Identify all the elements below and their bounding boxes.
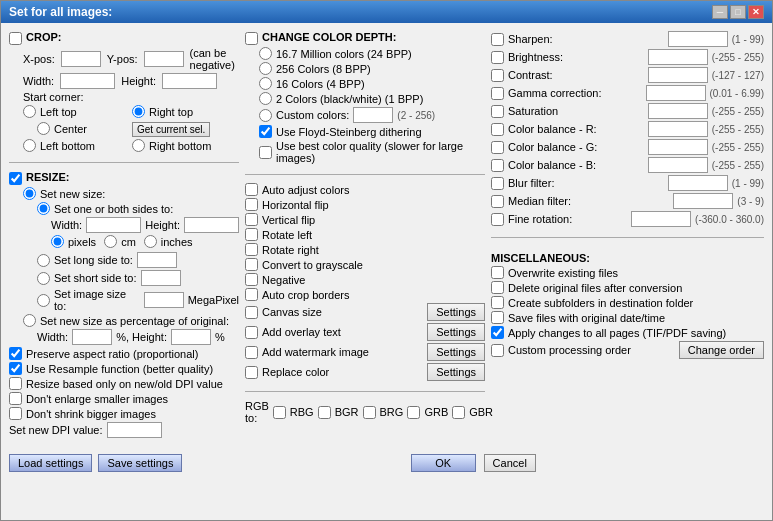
negative-checkbox[interactable] xyxy=(245,273,258,286)
gamma-checkbox[interactable] xyxy=(491,87,504,100)
resize-checkbox[interactable] xyxy=(9,172,22,185)
ok-button[interactable]: OK xyxy=(411,454,476,472)
replace-color-settings-button[interactable]: Settings xyxy=(427,363,485,381)
canvas-size-settings-button[interactable]: Settings xyxy=(427,303,485,321)
pixels-radio[interactable] xyxy=(51,235,64,248)
cancel-button[interactable]: Cancel xyxy=(484,454,536,472)
auto-adjust-checkbox[interactable] xyxy=(245,183,258,196)
2c-radio[interactable] xyxy=(259,92,272,105)
rotate-left-checkbox[interactable] xyxy=(245,228,258,241)
color-balance-g-input[interactable] xyxy=(648,139,708,155)
256c-radio[interactable] xyxy=(259,62,272,75)
gbr-checkbox[interactable] xyxy=(452,406,465,419)
create-subfolders-checkbox[interactable] xyxy=(491,296,504,309)
color-balance-r-input[interactable] xyxy=(648,121,708,137)
delete-original-checkbox[interactable] xyxy=(491,281,504,294)
fine-rotation-checkbox[interactable] xyxy=(491,213,504,226)
vert-flip-checkbox[interactable] xyxy=(245,213,258,226)
minimize-button[interactable]: ─ xyxy=(712,5,728,19)
dont-shrink-checkbox[interactable] xyxy=(9,407,22,420)
set-image-size-radio[interactable] xyxy=(37,294,50,307)
crop-checkbox[interactable] xyxy=(9,32,22,45)
inches-radio[interactable] xyxy=(144,235,157,248)
blur-checkbox[interactable] xyxy=(491,177,504,190)
fine-rotation-input[interactable] xyxy=(631,211,691,227)
sharpen-input[interactable] xyxy=(668,31,728,47)
maximize-button[interactable]: □ xyxy=(730,5,746,19)
rotate-right-checkbox[interactable] xyxy=(245,243,258,256)
canvas-size-checkbox[interactable] xyxy=(245,306,258,319)
blur-input[interactable] xyxy=(668,175,728,191)
set-short-side-radio[interactable] xyxy=(37,272,50,285)
apply-changes-checkbox[interactable] xyxy=(491,326,504,339)
set-short-side-input[interactable] xyxy=(141,270,181,286)
floyd-checkbox[interactable] xyxy=(259,125,272,138)
load-settings-button[interactable]: Load settings xyxy=(9,454,92,472)
pct-width-input[interactable] xyxy=(72,329,112,345)
saturation-checkbox[interactable] xyxy=(491,105,504,118)
color-balance-r-checkbox[interactable] xyxy=(491,123,504,136)
resize-height-input[interactable] xyxy=(184,217,239,233)
overlay-text-settings-button[interactable]: Settings xyxy=(427,323,485,341)
custom-c-input[interactable] xyxy=(353,107,393,123)
dpi-input[interactable] xyxy=(107,422,162,438)
grb-checkbox[interactable] xyxy=(407,406,420,419)
resize-dpi-checkbox[interactable] xyxy=(9,377,22,390)
median-input[interactable] xyxy=(673,193,733,209)
best-quality-checkbox[interactable] xyxy=(259,146,272,159)
corner-lefttop-radio[interactable] xyxy=(23,105,36,118)
16m-radio[interactable] xyxy=(259,47,272,60)
overwrite-checkbox[interactable] xyxy=(491,266,504,279)
corner-rightbottom-radio[interactable] xyxy=(132,139,145,152)
grayscale-checkbox[interactable] xyxy=(245,258,258,271)
cm-radio[interactable] xyxy=(104,235,117,248)
set-long-side-radio[interactable] xyxy=(37,254,50,267)
replace-color-checkbox[interactable] xyxy=(245,366,258,379)
xpos-input[interactable]: 0 xyxy=(61,51,101,67)
set-image-size-input[interactable] xyxy=(144,292,184,308)
brg-checkbox[interactable] xyxy=(363,406,376,419)
use-resample-checkbox[interactable] xyxy=(9,362,22,375)
brightness-checkbox[interactable] xyxy=(491,51,504,64)
watermark-checkbox[interactable] xyxy=(245,346,258,359)
overlay-text-checkbox[interactable] xyxy=(245,326,258,339)
rbg-checkbox[interactable] xyxy=(273,406,286,419)
color-balance-b-checkbox[interactable] xyxy=(491,159,504,172)
contrast-checkbox[interactable] xyxy=(491,69,504,82)
horiz-flip-checkbox[interactable] xyxy=(245,198,258,211)
brightness-input[interactable] xyxy=(648,49,708,65)
ypos-input[interactable]: 0 xyxy=(144,51,184,67)
sharpen-checkbox[interactable] xyxy=(491,33,504,46)
corner-righttop-radio[interactable] xyxy=(132,105,145,118)
set-pct-radio[interactable] xyxy=(23,314,36,327)
set-long-side-input[interactable] xyxy=(137,252,177,268)
resize-width-input[interactable]: 1200 xyxy=(86,217,141,233)
auto-crop-checkbox[interactable] xyxy=(245,288,258,301)
pct-height-input[interactable] xyxy=(171,329,211,345)
corner-leftbottom-radio[interactable] xyxy=(23,139,36,152)
gamma-input[interactable] xyxy=(646,85,706,101)
color-balance-g-checkbox[interactable] xyxy=(491,141,504,154)
watermark-settings-button[interactable]: Settings xyxy=(427,343,485,361)
bgr-checkbox[interactable] xyxy=(318,406,331,419)
corner-center-radio[interactable] xyxy=(37,122,50,135)
16c-radio[interactable] xyxy=(259,77,272,90)
contrast-input[interactable] xyxy=(648,67,708,83)
color-depth-checkbox[interactable] xyxy=(245,32,258,45)
preserve-aspect-checkbox[interactable] xyxy=(9,347,22,360)
save-original-date-checkbox[interactable] xyxy=(491,311,504,324)
crop-width-input[interactable] xyxy=(60,73,115,89)
set-new-size-radio[interactable] xyxy=(23,187,36,200)
dont-enlarge-checkbox[interactable] xyxy=(9,392,22,405)
crop-height-input[interactable] xyxy=(162,73,217,89)
change-order-button[interactable]: Change order xyxy=(679,341,764,359)
saturation-input[interactable] xyxy=(648,103,708,119)
median-checkbox[interactable] xyxy=(491,195,504,208)
custom-processing-checkbox[interactable] xyxy=(491,344,504,357)
set-one-both-radio[interactable] xyxy=(37,202,50,215)
get-current-sel-button[interactable]: Get current sel. xyxy=(132,122,210,137)
save-settings-button[interactable]: Save settings xyxy=(98,454,182,472)
custom-c-radio[interactable] xyxy=(259,109,272,122)
close-button[interactable]: ✕ xyxy=(748,5,764,19)
color-balance-b-input[interactable] xyxy=(648,157,708,173)
